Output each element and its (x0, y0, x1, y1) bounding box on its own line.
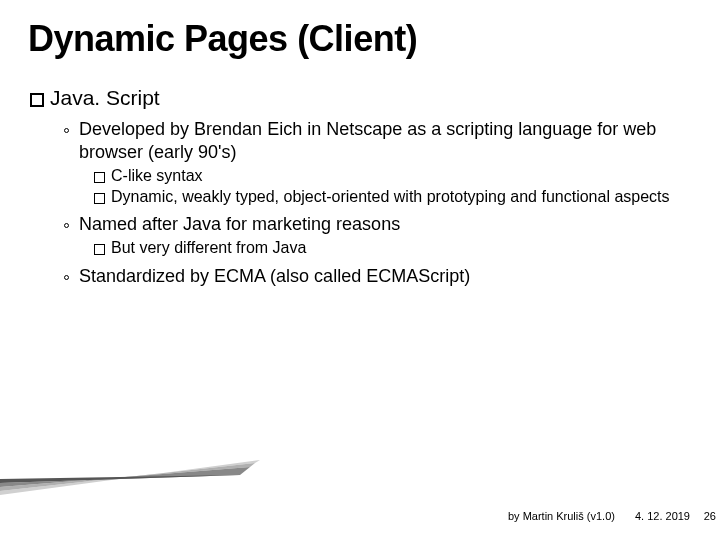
square-bullet-icon (94, 172, 105, 183)
circle-bullet-icon (64, 128, 69, 133)
square-bullet-icon (30, 93, 44, 107)
corner-decoration (0, 455, 260, 495)
sub-item: Standardized by ECMA (also called ECMASc… (64, 265, 690, 288)
svg-marker-3 (0, 475, 240, 483)
subsub-text: Dynamic, weakly typed, object-oriented w… (111, 187, 670, 207)
sub-text: Standardized by ECMA (also called ECMASc… (79, 265, 470, 288)
footer: by Martin Kruliš (v1.0) 4. 12. 2019 (508, 510, 690, 522)
page-number: 26 (704, 510, 716, 522)
sub-text: Developed by Brendan Eich in Netscape as… (79, 118, 690, 164)
sub-item: Developed by Brendan Eich in Netscape as… (64, 118, 690, 164)
subsub-list: C-like syntax Dynamic, weakly typed, obj… (64, 166, 690, 207)
subsub-item: Dynamic, weakly typed, object-oriented w… (94, 187, 690, 207)
subsub-list: But very different from Java (64, 238, 690, 258)
topic-heading: Java. Script (30, 86, 690, 110)
sub-item: Named after Java for marketing reasons (64, 213, 690, 236)
circle-bullet-icon (64, 275, 69, 280)
subsub-text: C-like syntax (111, 166, 203, 186)
subsub-item: But very different from Java (94, 238, 690, 258)
footer-author: by Martin Kruliš (v1.0) (508, 510, 615, 522)
square-bullet-icon (94, 193, 105, 204)
footer-date: 4. 12. 2019 (635, 510, 690, 522)
page-title: Dynamic Pages (Client) (0, 0, 720, 60)
topic-heading-text: Java. Script (50, 86, 160, 110)
subsub-item: C-like syntax (94, 166, 690, 186)
subsub-text: But very different from Java (111, 238, 306, 258)
circle-bullet-icon (64, 223, 69, 228)
sub-text: Named after Java for marketing reasons (79, 213, 400, 236)
content-area: Java. Script Developed by Brendan Eich i… (0, 60, 720, 288)
square-bullet-icon (94, 244, 105, 255)
sub-list: Developed by Brendan Eich in Netscape as… (30, 118, 690, 288)
